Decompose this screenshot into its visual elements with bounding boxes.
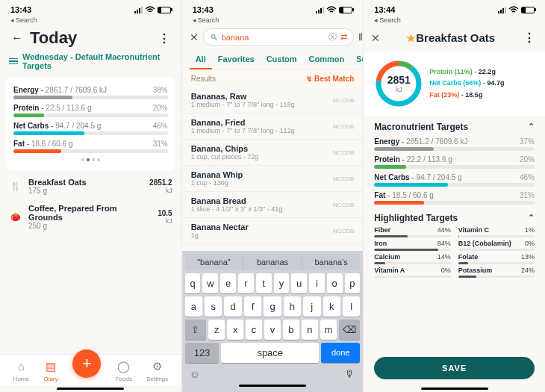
suggestion[interactable]: "banana" [185, 254, 244, 270]
tab-foods[interactable]: ◯Foods [116, 359, 132, 382]
add-button[interactable]: + [72, 349, 101, 378]
search-result[interactable]: Banana Bread1 slice - 4 1/2" x 3" x 1/3"… [182, 192, 364, 218]
home-indicator[interactable] [57, 388, 124, 391]
macro-legend: Protein (11%) - 22.2gNet Carbs (66%) - 9… [429, 66, 504, 101]
clear-icon[interactable]: ⓧ [328, 31, 337, 43]
key-k[interactable]: k [323, 296, 340, 317]
key-c[interactable]: c [246, 320, 262, 340]
search-screen: 13:43 ◂ Search ✕ 🔍︎ ⓧ ⇄ ⦀⦀⦀ AllFavorites… [182, 0, 364, 392]
search-input-wrapper[interactable]: 🔍︎ ⓧ ⇄ [203, 28, 354, 46]
key-e[interactable]: e [220, 273, 236, 293]
key-backspace[interactable]: ⌫ [339, 320, 361, 340]
key-i[interactable]: i [309, 273, 325, 293]
emoji-icon[interactable]: ☺ [190, 368, 200, 380]
key-z[interactable]: z [208, 320, 225, 340]
search-tabs: AllFavoritesCustomCommonSu [182, 50, 364, 70]
key-s[interactable]: s [205, 296, 222, 317]
search-tab[interactable]: Custom [261, 50, 303, 69]
search-tab[interactable]: Su [350, 50, 363, 69]
highlight-target: Iron84% [374, 240, 450, 251]
search-icon: 🔍︎ [210, 33, 218, 42]
more-menu[interactable]: ⋮ [156, 29, 172, 48]
key-v[interactable]: v [264, 320, 281, 340]
key-o[interactable]: o [327, 273, 343, 293]
signal-icon [498, 7, 506, 13]
chevron-up-icon[interactable]: ⌃ [528, 213, 535, 223]
food-item[interactable]: 🍅Coffee, Prepared From Grounds250 g10.5k… [0, 199, 181, 234]
status-bar: 13:43 [0, 0, 181, 16]
sort-best-match[interactable]: ↯ Best Match [306, 75, 354, 83]
key-shift[interactable]: ⇧ [185, 320, 207, 340]
macro-row: Net Carbs - 94.7 / 204.5 g46% [13, 119, 168, 137]
search-result[interactable]: Banana Whip1 cup - 130gNCCDB [182, 166, 364, 192]
search-result[interactable]: Bananas, Raw1 medium - 7" to 7 7/8" long… [182, 87, 364, 113]
wifi-icon [145, 6, 155, 13]
highlight-target: Folate13% [458, 253, 535, 264]
key-123[interactable]: 123 [185, 343, 219, 363]
close-icon[interactable]: ✕ [371, 32, 380, 44]
key-space[interactable]: space [221, 343, 319, 363]
search-result[interactable]: Banana, Chips1 cup, cut pieces - 72gNCCD… [182, 140, 364, 166]
food-item[interactable]: 🍴Breakfast Oats175 g2851.2kJ [0, 173, 181, 199]
save-button[interactable]: SAVE [374, 357, 535, 379]
search-result[interactable]: Banana, Fried1 medium - 7" to 7 7/8" lon… [182, 113, 364, 140]
key-f[interactable]: f [244, 296, 261, 317]
barcode-icon[interactable]: ⦀⦀⦀ [358, 31, 364, 43]
macro-row: Fat - 18.6 / 60.6 g31% [13, 137, 168, 155]
search-input[interactable] [222, 33, 325, 42]
key-n[interactable]: n [302, 320, 318, 340]
macros-card: Energy - 2861.7 / 7609.6 kJ38%Protein - … [6, 78, 175, 170]
key-y[interactable]: y [274, 273, 290, 293]
more-menu[interactable]: ⋮ [521, 28, 538, 47]
key-j[interactable]: j [303, 296, 320, 317]
prev-day-arrow[interactable]: ← [9, 29, 25, 47]
tab-diary[interactable]: ▤Diary [43, 359, 58, 382]
signal-icon [316, 7, 324, 13]
battery-icon [521, 7, 535, 13]
suggestion[interactable]: bananas [243, 254, 302, 270]
key-a[interactable]: a [185, 296, 202, 317]
macro-donut-chart: 2851kJ [374, 59, 423, 108]
home-indicator[interactable] [421, 388, 488, 391]
next-day-arrow[interactable]: → [60, 29, 76, 47]
filter-icon[interactable]: ⇄ [340, 32, 347, 42]
section-highlights: Highlighted Targets [374, 213, 458, 223]
keyboard: "banana"bananasbanana's qwertyuiopasdfgh… [182, 251, 364, 393]
back-to-search[interactable]: ◂ Search [182, 16, 364, 24]
back-to-search[interactable]: ◂ Search [0, 16, 181, 24]
key-h[interactable]: h [284, 296, 301, 317]
home-indicator[interactable] [239, 385, 306, 388]
key-g[interactable]: g [264, 296, 281, 317]
search-tab[interactable]: All [190, 50, 212, 69]
key-d[interactable]: d [224, 296, 241, 317]
tab-home[interactable]: ⌂Home [13, 359, 29, 382]
close-icon[interactable]: ✕ [190, 31, 199, 43]
key-m[interactable]: m [320, 320, 337, 340]
day-subtitle[interactable]: Wednesday - Default Macronutrient Target… [0, 52, 181, 75]
key-done[interactable]: done [321, 343, 360, 363]
key-b[interactable]: b [283, 320, 299, 340]
key-p[interactable]: p [345, 273, 361, 293]
search-tab[interactable]: Favorites [212, 50, 261, 69]
star-icon[interactable]: ★ [406, 32, 416, 44]
key-q[interactable]: q [185, 273, 201, 293]
highlight-target: Fiber44% [374, 226, 450, 237]
battery-icon [158, 7, 171, 13]
search-tab[interactable]: Common [303, 50, 351, 69]
back-to-search[interactable]: ◂ Search [364, 16, 545, 24]
status-bar: 13:43 [182, 0, 364, 16]
chevron-up-icon[interactable]: ⌃ [528, 122, 535, 132]
mic-icon[interactable]: 🎙︎ [345, 368, 355, 380]
key-l[interactable]: l [343, 296, 360, 317]
tab-settings[interactable]: ⚙Settings [146, 359, 168, 382]
suggestion[interactable]: banana's [302, 254, 361, 270]
key-t[interactable]: t [256, 273, 272, 293]
highlight-target: Vitamin C1% [458, 226, 535, 237]
key-w[interactable]: w [202, 273, 218, 293]
key-r[interactable]: r [238, 273, 254, 293]
signal-icon [134, 7, 143, 13]
key-x[interactable]: x [227, 320, 243, 340]
section-macros: Macronutrient Targets [374, 122, 468, 132]
search-result[interactable]: Banana Nectar1gNCCDB [182, 218, 364, 244]
key-u[interactable]: u [291, 273, 307, 293]
